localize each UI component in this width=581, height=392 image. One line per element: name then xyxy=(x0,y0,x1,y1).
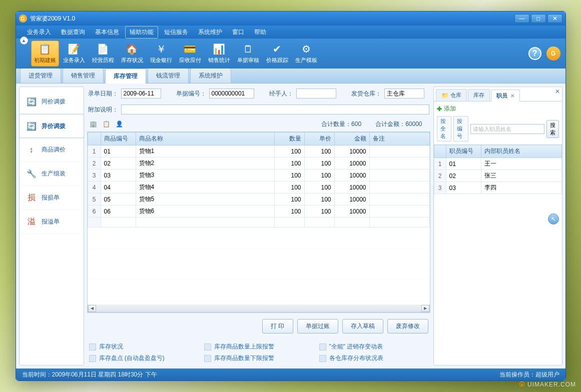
sidebar-item-1[interactable]: 🔄异价调拨 xyxy=(20,114,84,138)
table-row-empty[interactable] xyxy=(88,218,429,228)
warehouse-label: 发货仓库： xyxy=(351,90,381,98)
menu-item-0[interactable]: 业务录入 xyxy=(23,26,55,38)
action-button-0[interactable]: 打 印 xyxy=(262,319,293,334)
link-3[interactable]: 库存盘点 (自动盘盈盘亏) xyxy=(89,354,198,362)
toolbar-button-3[interactable]: 🏠库存状况 xyxy=(118,40,146,66)
minimize-button[interactable]: — xyxy=(514,14,529,23)
main-grid[interactable]: 商品编号商品名称数量单价金额备注 101货物110010010000202货物2… xyxy=(88,132,430,228)
tab-1[interactable]: 销售管理 xyxy=(63,68,104,83)
toolbar-button-4[interactable]: ￥现金银行 xyxy=(147,40,175,66)
right-tab-2[interactable]: 职员✕ xyxy=(491,90,520,102)
tab-4[interactable]: 系统维护 xyxy=(190,68,231,83)
staff-grid-header[interactable]: 内部职员姓名 xyxy=(481,145,561,158)
grid-header[interactable]: 商品名称 xyxy=(136,132,274,146)
grid-header[interactable]: 备注 xyxy=(369,132,429,146)
scroll-left-icon[interactable]: ◀ xyxy=(88,305,96,312)
sidebar-item-4[interactable]: 损报损单 xyxy=(20,186,84,210)
toolbar-collapse-icon[interactable]: ▲ xyxy=(20,36,28,44)
table-row[interactable]: 303货物310010010000 xyxy=(88,170,429,182)
note-input[interactable] xyxy=(121,104,429,114)
sidebar: 🔄同价调拨🔄异价调拨↕商品调价🔧生产组装损报损单溢报溢单 xyxy=(19,86,84,366)
staff-row[interactable]: 202张三 xyxy=(434,170,561,182)
table-row[interactable]: 606货物610010010000 xyxy=(88,206,429,218)
grid-header[interactable]: 金额 xyxy=(334,132,369,146)
table-row[interactable]: 101货物110010010000 xyxy=(88,146,429,158)
table-row[interactable]: 505货物510010010000 xyxy=(88,194,429,206)
toolbar-button-7[interactable]: 🗒单据审核 xyxy=(234,40,262,66)
staff-row[interactable]: 101王一 xyxy=(434,158,561,170)
menu-item-2[interactable]: 基本信息 xyxy=(91,26,123,38)
tab-3[interactable]: 钱流管理 xyxy=(148,68,189,83)
staff-grid-header[interactable] xyxy=(434,145,446,158)
form-row-2: 附加说明： xyxy=(87,102,430,116)
date-input[interactable] xyxy=(121,88,161,98)
tab-close-icon[interactable]: ✕ xyxy=(510,93,514,98)
search-input[interactable] xyxy=(470,124,544,134)
table-row[interactable]: 404货物410010010000 xyxy=(88,182,429,194)
staff-grid-header[interactable]: 职员编号 xyxy=(446,145,481,158)
grid-header[interactable] xyxy=(88,132,101,146)
menu-item-4[interactable]: 短信服务 xyxy=(160,26,192,38)
right-tab-0[interactable]: 📁仓库 xyxy=(436,89,467,101)
action-button-3[interactable]: 废弃修改 xyxy=(387,319,428,334)
toolbar-icon: 📋 xyxy=(39,43,51,55)
tab-2[interactable]: 库存管理 xyxy=(105,68,146,84)
right-tab-1[interactable]: 库存 xyxy=(468,89,490,101)
sidebar-item-3[interactable]: 🔧生产组装 xyxy=(20,162,84,186)
warehouse-input[interactable] xyxy=(384,88,424,98)
toolbar-icon: 🏠 xyxy=(126,43,138,55)
sidebar-item-5[interactable]: 溢报溢单 xyxy=(20,210,84,234)
menu-item-5[interactable]: 系统维护 xyxy=(194,26,226,38)
grid-header[interactable]: 单价 xyxy=(304,132,334,146)
scroll-right-icon[interactable]: ▶ xyxy=(421,305,429,312)
toolbar-button-1[interactable]: 📝业务录入 xyxy=(60,40,88,66)
grid-icon-2[interactable]: 📋 xyxy=(102,120,111,128)
grid-icon-1[interactable]: 🏢 xyxy=(89,120,98,128)
maximize-button[interactable]: □ xyxy=(531,14,546,23)
grid-header[interactable]: 数量 xyxy=(274,132,304,146)
grid-header[interactable]: 商品编号 xyxy=(101,132,136,146)
sidebar-item-0[interactable]: 🔄同价调拨 xyxy=(20,90,84,114)
app-icon: G xyxy=(19,14,27,22)
table-row[interactable]: 202货物210010010000 xyxy=(88,158,429,170)
toolbar-button-9[interactable]: ⚙生产模板 xyxy=(292,40,320,66)
toolbar-button-8[interactable]: ✔价格跟踪 xyxy=(263,40,291,66)
docno-input[interactable] xyxy=(209,88,254,98)
status-time: 当前时间：2009年06月11日 星期四 18时30分 下午 xyxy=(22,370,157,379)
toolbar-button-5[interactable]: 💳应收应付 xyxy=(176,40,204,66)
link-0[interactable]: 库存状况 xyxy=(89,342,198,351)
filter-fullname-button[interactable]: 按全名 xyxy=(437,116,452,142)
handler-label: 经手人： xyxy=(269,90,293,98)
action-button-2[interactable]: 存入草稿 xyxy=(342,319,383,334)
menu-item-1[interactable]: 数据查询 xyxy=(57,26,89,38)
action-button-1[interactable]: 单据过账 xyxy=(297,319,338,334)
sidebar-item-2[interactable]: ↕商品调价 xyxy=(20,138,84,162)
toolbar-button-0[interactable]: 📋初期建账 xyxy=(31,40,59,66)
staff-row[interactable]: 303李四 xyxy=(434,182,561,194)
link-2[interactable]: "全能" 进销存变动表 xyxy=(319,342,428,351)
staff-grid[interactable]: 职员编号内部职员姓名 101王一202张三303李四 xyxy=(434,144,562,194)
menu-item-7[interactable]: 帮助 xyxy=(250,26,270,38)
sidebar-icon: 损 xyxy=(27,193,37,203)
link-1[interactable]: 库存商品数量上限报警 xyxy=(204,342,313,351)
toolbar-button-6[interactable]: 📊销售统计 xyxy=(205,40,233,66)
titlebar[interactable]: G 管家婆2009 V1.0 — □ ✕ xyxy=(16,12,565,26)
handler-input[interactable] xyxy=(296,88,336,98)
main-grid-wrap: 商品编号商品名称数量单价金额备注 101货物110010010000202货物2… xyxy=(87,132,430,313)
close-button[interactable]: ✕ xyxy=(547,14,562,23)
help-icon[interactable]: ? xyxy=(528,47,541,60)
link-5[interactable]: 各仓库存分布状况表 xyxy=(319,354,428,362)
menu-item-3[interactable]: 辅助功能 xyxy=(125,26,158,38)
horizontal-scrollbar[interactable]: ◀ ▶ xyxy=(88,304,430,312)
add-button[interactable]: ✚添加 xyxy=(437,104,456,113)
menu-item-6[interactable]: 窗口 xyxy=(228,26,248,38)
toolbar-icon: ￥ xyxy=(155,43,167,55)
tab-0[interactable]: 进货管理 xyxy=(20,68,61,83)
search-button[interactable]: 搜索 xyxy=(546,120,559,138)
right-panel-tabs: 📁仓库库存职员✕ xyxy=(434,87,562,102)
link-4[interactable]: 库存商品数量下限报警 xyxy=(204,354,313,362)
filter-code-button[interactable]: 按编号 xyxy=(453,116,468,142)
panel-close-icon[interactable]: ✕ xyxy=(555,88,560,95)
person-icon[interactable]: 👤 xyxy=(115,120,124,128)
toolbar-button-2[interactable]: 📄经营历程 xyxy=(89,40,117,66)
